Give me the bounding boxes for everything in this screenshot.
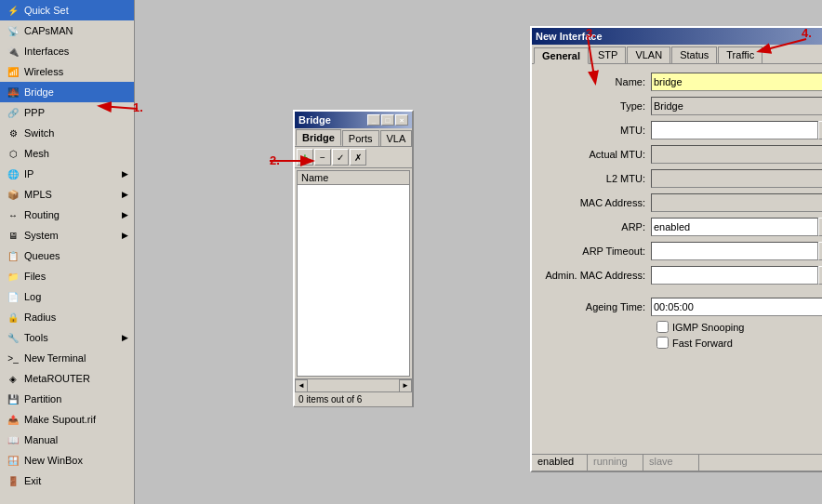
arp-timeout-dropdown-btn[interactable]: ▼ [818, 242, 822, 260]
sidebar-item-tools[interactable]: 🔧Tools▶ [0, 327, 134, 348]
mesh-icon: ⬡ [6, 146, 20, 161]
arp-timeout-label: ARP Timeout: [539, 245, 651, 257]
sidebar-label-manual: Manual [24, 434, 58, 445]
mtu-label: MTU: [539, 125, 651, 136]
bridge-edit-btn[interactable]: ✓ [332, 149, 349, 166]
dialog-tab-general[interactable]: General [534, 47, 589, 64]
actual-mtu-row: Actual MTU: [539, 144, 822, 165]
sidebar-item-switch[interactable]: ⚙Switch [0, 123, 134, 143]
dialog-tab-bar: General STP VLAN Status Traffic [532, 45, 822, 64]
manual-icon: 📖 [6, 432, 20, 447]
sidebar-label-wireless: Wireless [24, 66, 63, 77]
admin-mac-label: Admin. MAC Address: [539, 270, 651, 281]
ageing-input[interactable] [651, 298, 822, 316]
type-row: Type: [539, 96, 822, 116]
sidebar-label-quick-set: Quick Set [24, 5, 69, 16]
actual-mtu-label: Actual MTU: [539, 149, 651, 160]
sidebar-item-wireless[interactable]: 📶Wireless [0, 61, 134, 82]
igmp-checkbox[interactable] [656, 321, 669, 333]
dialog-tab-status[interactable]: Status [671, 46, 717, 63]
fast-forward-row: Fast Forward [539, 337, 822, 349]
dialog-tab-traffic[interactable]: Traffic [718, 46, 762, 63]
tools-icon: 🔧 [6, 330, 20, 345]
sidebar-item-make-supout.rif[interactable]: 📤Make Supout.rif [0, 409, 134, 430]
system-icon: 🖥 [6, 228, 20, 243]
bridge-tab-bridge[interactable]: Bridge [296, 129, 341, 146]
bridge-minimize-btn[interactable]: _ [367, 114, 380, 126]
arp-dropdown-btn[interactable]: ▼ [818, 218, 822, 236]
bridge-add-btn[interactable]: + [297, 149, 313, 166]
bridge-maximize-btn[interactable]: □ [381, 114, 394, 126]
sidebar-item-partition[interactable]: 💾Partition [0, 389, 134, 409]
sidebar-item-metarouter[interactable]: ◈MetaROUTER [0, 368, 134, 389]
sidebar-item-mpls[interactable]: 📦MPLS▶ [0, 184, 134, 205]
mpls-icon: 📦 [6, 187, 20, 202]
arp-input[interactable] [651, 218, 818, 236]
sidebar-item-radius[interactable]: 🔒Radius [0, 307, 134, 327]
capsman-icon: 📡 [6, 23, 20, 38]
sidebar-item-ppp[interactable]: 🔗PPP [0, 102, 134, 123]
sidebar-item-system[interactable]: 🖥System▶ [0, 225, 134, 245]
sidebar-item-new-winbox[interactable]: 🪟New WinBox [0, 450, 134, 471]
sidebar-item-interfaces[interactable]: 🔌Interfaces [0, 41, 134, 61]
admin-mac-input[interactable] [651, 266, 818, 285]
l2mtu-row: L2 MTU: [539, 168, 822, 189]
sidebar-item-quick-set[interactable]: ⚡Quick Set [0, 0, 134, 20]
fast-forward-checkbox[interactable] [656, 337, 669, 349]
l2mtu-input[interactable] [651, 169, 822, 188]
admin-mac-dropdown-btn[interactable]: ▼ [818, 266, 822, 285]
dialog-tab-vlan[interactable]: VLAN [627, 46, 670, 63]
bridge-close-btn[interactable]: × [395, 114, 408, 126]
mac-input[interactable] [651, 193, 822, 212]
bridge-toolbar: + − ✓ ✗ [295, 147, 412, 168]
actual-mtu-input[interactable] [651, 145, 822, 164]
bridge-hscrollbar[interactable]: ◄ ► [295, 378, 412, 391]
mtu-dropdown-btn[interactable]: ▼ [818, 121, 822, 139]
bridge-col-name: Name [298, 171, 409, 185]
new-interface-dialog: New Interface _ □ × General STP VLAN Sta… [530, 26, 822, 472]
mtu-row: MTU: ▼ [539, 120, 822, 140]
sidebar-label-exit: Exit [24, 475, 41, 486]
sidebar-item-new-terminal[interactable]: >_New Terminal [0, 348, 134, 368]
sidebar-item-manual[interactable]: 📖Manual [0, 430, 134, 450]
igmp-row: IGMP Snooping [539, 321, 822, 333]
sidebar-label-mesh: Mesh [24, 148, 49, 159]
terminal-icon: >_ [6, 351, 20, 365]
bridge-remove-btn[interactable]: − [314, 149, 331, 166]
dialog-tab-stp[interactable]: STP [590, 46, 626, 63]
type-input[interactable] [651, 97, 822, 115]
interfaces-icon: 🔌 [6, 44, 20, 59]
bridge-tab-vla[interactable]: VLA [380, 130, 413, 146]
sidebar-item-files[interactable]: 📁Files [0, 266, 134, 286]
bridge-title: Bridge [298, 114, 331, 126]
submenu-arrow-routing: ▶ [122, 210, 128, 219]
sidebar-label-ip: IP [24, 168, 33, 179]
switch-icon: ⚙ [6, 126, 20, 140]
sidebar-item-queues[interactable]: 📋Queues [0, 245, 134, 266]
sidebar-item-ip[interactable]: 🌐IP▶ [0, 164, 134, 184]
sidebar-item-bridge[interactable]: 🌉Bridge [0, 82, 134, 102]
sidebar-label-radius: Radius [24, 312, 56, 323]
bridge-scroll-left[interactable]: ◄ [295, 379, 308, 392]
sidebar-item-log[interactable]: 📄Log [0, 286, 134, 307]
bridge-scroll-right[interactable]: ► [399, 379, 412, 392]
sidebar-label-switch: Switch [24, 127, 54, 139]
sidebar-item-mesh[interactable]: ⬡Mesh [0, 143, 134, 164]
status-seg2: running [588, 455, 643, 471]
sidebar-item-exit[interactable]: 🚪Exit [0, 471, 134, 491]
ageing-label: Ageing Time: [539, 301, 651, 312]
bridge-titlebar: Bridge _ □ × [295, 112, 412, 128]
mtu-input[interactable] [651, 121, 818, 139]
bridge-cancel-btn[interactable]: ✗ [350, 149, 366, 166]
winbox-icon: 🪟 [6, 453, 20, 468]
submenu-arrow-tools: ▶ [122, 333, 128, 342]
name-input[interactable] [651, 73, 822, 91]
sidebar-label-metarouter: MetaROUTER [24, 373, 90, 384]
dialog-titlebar: New Interface _ □ × [532, 28, 822, 45]
sidebar-label-bridge: Bridge [24, 86, 54, 98]
sidebar-item-capsman[interactable]: 📡CAPsMAN [0, 20, 134, 41]
arp-timeout-input[interactable] [651, 242, 818, 260]
sidebar-item-routing[interactable]: ↔Routing▶ [0, 205, 134, 225]
sidebar-label-files: Files [24, 271, 46, 282]
bridge-tab-ports[interactable]: Ports [342, 130, 379, 146]
